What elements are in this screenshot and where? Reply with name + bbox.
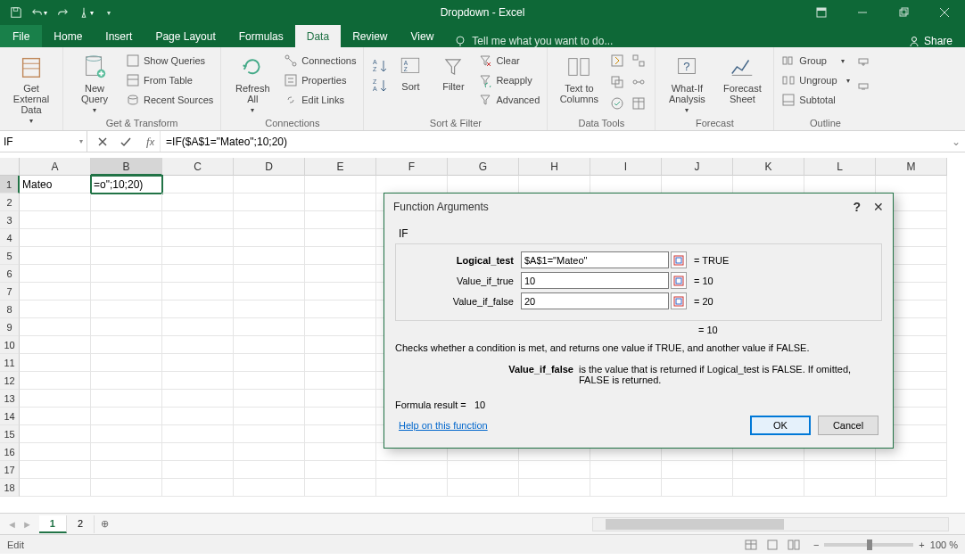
cell-A10[interactable] xyxy=(20,336,91,354)
group-button[interactable]: Group▾ xyxy=(779,51,851,70)
cell-A8[interactable] xyxy=(20,301,91,318)
cell-B4[interactable] xyxy=(91,229,162,247)
cell-E10[interactable] xyxy=(305,336,376,354)
clear-filter-button[interactable]: Clear xyxy=(476,51,541,70)
cell-A5[interactable] xyxy=(20,247,91,265)
cell-B7[interactable] xyxy=(91,283,162,301)
cell-A18[interactable] xyxy=(20,479,91,497)
cell-D17[interactable] xyxy=(234,461,305,479)
sort-az-button[interactable]: AZ xyxy=(369,54,387,74)
cell-E11[interactable] xyxy=(305,354,376,372)
formula-input[interactable] xyxy=(166,136,942,148)
advanced-filter-button[interactable]: Advanced xyxy=(476,90,541,110)
sheet-nav-prev[interactable]: ◄ xyxy=(7,519,17,530)
tab-data[interactable]: Data xyxy=(295,25,341,47)
cell-M1[interactable] xyxy=(876,176,947,194)
cell-A17[interactable] xyxy=(20,461,91,479)
cell-J17[interactable] xyxy=(662,461,733,479)
cell-C3[interactable] xyxy=(162,211,234,229)
tab-file[interactable]: File xyxy=(0,25,42,47)
row-header-8[interactable]: 8 xyxy=(0,301,20,318)
select-all-corner[interactable] xyxy=(0,158,20,176)
column-header-A[interactable]: A xyxy=(20,158,91,176)
cell-A1[interactable]: Mateo xyxy=(20,176,91,194)
cell-B12[interactable] xyxy=(91,372,162,390)
manage-data-model-button[interactable] xyxy=(630,94,649,113)
cell-E17[interactable] xyxy=(305,461,376,479)
cell-C1[interactable] xyxy=(162,176,234,194)
column-header-C[interactable]: C xyxy=(162,158,234,176)
properties-button[interactable]: Properties xyxy=(282,70,358,90)
filter-button[interactable]: Filter xyxy=(433,51,473,92)
cell-I1[interactable] xyxy=(590,176,662,194)
zoom-level[interactable]: 100 % xyxy=(930,539,958,550)
cell-D6[interactable] xyxy=(234,265,305,283)
tab-insert[interactable]: Insert xyxy=(94,25,144,47)
share-button[interactable]: Share xyxy=(895,35,965,47)
cell-E8[interactable] xyxy=(305,301,376,318)
dialog-titlebar[interactable]: Function Arguments ? ✕ xyxy=(384,194,893,220)
arg-input-2[interactable] xyxy=(521,292,669,309)
row-header-16[interactable]: 16 xyxy=(0,443,20,461)
cell-A13[interactable] xyxy=(20,390,91,408)
row-header-4[interactable]: 4 xyxy=(0,229,20,247)
help-on-function-link[interactable]: Help on this function xyxy=(399,420,488,431)
cell-L17[interactable] xyxy=(804,461,876,479)
cell-A9[interactable] xyxy=(20,318,91,336)
column-header-L[interactable]: L xyxy=(804,158,876,176)
restore-button[interactable] xyxy=(883,0,924,25)
cell-K18[interactable] xyxy=(733,479,804,497)
save-icon[interactable] xyxy=(5,3,27,22)
undo-icon[interactable]: ▾ xyxy=(29,3,50,22)
cell-B8[interactable] xyxy=(91,301,162,318)
row-header-2[interactable]: 2 xyxy=(0,194,20,211)
cell-D11[interactable] xyxy=(234,354,305,372)
cell-G17[interactable] xyxy=(448,461,519,479)
cancel-formula-button[interactable] xyxy=(91,133,114,151)
cell-B10[interactable] xyxy=(91,336,162,354)
cell-E12[interactable] xyxy=(305,372,376,390)
column-header-H[interactable]: H xyxy=(519,158,590,176)
cell-F17[interactable] xyxy=(376,461,448,479)
row-header-7[interactable]: 7 xyxy=(0,283,20,301)
sheet-tab-2[interactable]: 2 xyxy=(67,515,95,533)
cell-B3[interactable] xyxy=(91,211,162,229)
tab-view[interactable]: View xyxy=(400,25,446,47)
page-break-view-button[interactable] xyxy=(783,537,804,553)
subtotal-button[interactable]: Subtotal xyxy=(779,90,851,110)
cell-E15[interactable] xyxy=(305,425,376,443)
recent-sources-button[interactable]: Recent Sources xyxy=(124,90,215,110)
cell-A4[interactable] xyxy=(20,229,91,247)
cell-B11[interactable] xyxy=(91,354,162,372)
cell-E13[interactable] xyxy=(305,390,376,408)
from-table-button[interactable]: From Table xyxy=(124,70,215,90)
cell-B1[interactable]: =o";10;20) xyxy=(91,176,162,194)
add-sheet-button[interactable]: ⊕ xyxy=(95,515,114,534)
cell-D12[interactable] xyxy=(234,372,305,390)
cell-B17[interactable] xyxy=(91,461,162,479)
column-header-J[interactable]: J xyxy=(662,158,733,176)
zoom-out-button[interactable]: − xyxy=(813,539,819,550)
cell-B5[interactable] xyxy=(91,247,162,265)
cell-C11[interactable] xyxy=(162,354,234,372)
cell-F1[interactable] xyxy=(376,176,448,194)
cell-K17[interactable] xyxy=(733,461,804,479)
cell-A6[interactable] xyxy=(20,265,91,283)
cell-C18[interactable] xyxy=(162,479,234,497)
row-header-3[interactable]: 3 xyxy=(0,211,20,229)
expand-formula-bar-button[interactable]: ⌄ xyxy=(947,136,965,148)
cell-H18[interactable] xyxy=(519,479,590,497)
cell-A11[interactable] xyxy=(20,354,91,372)
forecast-sheet-button[interactable]: Forecast Sheet xyxy=(716,51,768,104)
row-header-10[interactable]: 10 xyxy=(0,336,20,354)
column-header-F[interactable]: F xyxy=(376,158,448,176)
text-to-columns-button[interactable]: Text to Columns xyxy=(553,51,605,104)
column-header-I[interactable]: I xyxy=(590,158,662,176)
enter-formula-button[interactable] xyxy=(114,133,137,151)
remove-duplicates-button[interactable] xyxy=(608,72,628,92)
sort-button[interactable]: AZ Sort xyxy=(391,51,430,92)
cell-D10[interactable] xyxy=(234,336,305,354)
consolidate-button[interactable] xyxy=(630,51,649,70)
cell-E3[interactable] xyxy=(305,211,376,229)
arg-input-0[interactable] xyxy=(521,251,669,268)
